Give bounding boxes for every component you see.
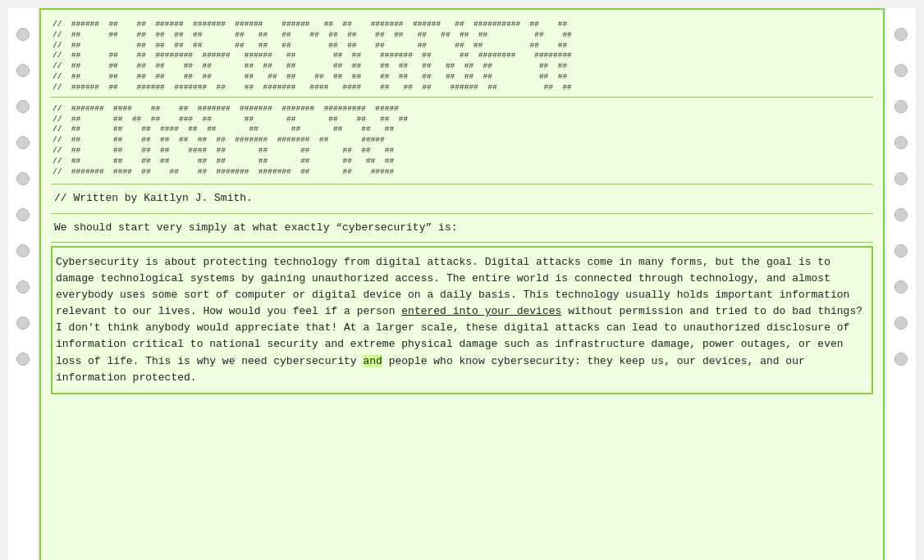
intro-text: We should start very simply at what exac… (54, 221, 457, 234)
main-content: // ###### ## ## ###### ####### ###### ##… (39, 8, 885, 560)
highlighted-and: and (363, 355, 382, 367)
hole-2 (16, 64, 30, 77)
right-hole-9 (894, 316, 908, 330)
hole-7 (16, 244, 30, 257)
ascii2-line1: // ####### #### ## ## ####### ####### ##… (53, 104, 399, 113)
right-hole-3 (894, 100, 908, 113)
right-hole-5 (894, 172, 908, 185)
ascii-line3: // ## ## ## ## ## ## ## ## ## ## ## ## #… (53, 41, 567, 50)
right-hole-6 (894, 208, 908, 221)
hole-8 (16, 280, 30, 294)
page-container: // ###### ## ## ###### ####### ###### ##… (8, 8, 916, 560)
right-hole-10 (894, 353, 908, 366)
ascii-line2: // ## ## ## ## ## ## ## ## ## ## ## ## #… (53, 30, 572, 39)
hole-10 (16, 353, 30, 366)
ascii2-line2: // ## ## ## ## ### ## ## ## ## ## ## ## (53, 115, 408, 124)
right-hole-2 (894, 64, 908, 77)
hole-1 (16, 28, 30, 41)
left-margin (8, 8, 39, 560)
ascii-line1: // ###### ## ## ###### ####### ###### ##… (53, 20, 567, 29)
ascii-line4: // ## ## ## ######## ###### ###### ## ##… (53, 51, 572, 60)
paragraph-section: Cybersecurity is about protecting techno… (51, 246, 873, 394)
ascii-line6: // ## ## ## ## ## ## ## ## ## ## ## ## #… (53, 72, 567, 81)
hole-5 (16, 172, 30, 185)
right-hole-1 (894, 28, 908, 41)
ascii2-line4: // ## ## ## ## ## ## ## ####### ####### … (53, 135, 385, 144)
paragraph-text-1: Cybersecurity is about protecting techno… (56, 256, 862, 384)
hole-3 (16, 100, 30, 113)
ascii2-line6: // ## ## ## ## ## ## ## ## ## ## ## (53, 157, 394, 166)
right-hole-8 (894, 280, 908, 294)
hole-6 (16, 208, 30, 221)
intro-section: We should start very simply at what exac… (51, 214, 873, 243)
right-hole-4 (894, 136, 908, 149)
right-hole-7 (894, 244, 908, 257)
ascii-line5: // ## ## ## ## ## ## ## ## ## ## ## ## #… (53, 61, 567, 71)
ascii-art-subtitle: // ####### #### ## ## ####### ####### ##… (51, 98, 873, 185)
hole-4 (16, 136, 30, 149)
hole-9 (16, 316, 30, 330)
underline-entered: entered into your devices (401, 305, 561, 317)
written-by-text: // Written by Kaitlyn J. Smith. (54, 192, 253, 204)
ascii2-line3: // ## ## ## #### ## ## ## ## ## ## ## (53, 125, 394, 134)
ascii2-line5: // ## ## ## ## #### ## ## ## ## ## ## (53, 146, 394, 155)
right-margin (885, 8, 916, 560)
ascii-art-header: // ###### ## ## ###### ####### ###### ##… (51, 16, 873, 98)
ascii-line7: // ###### ## ###### ####### ## ## ######… (53, 83, 572, 92)
ascii2-line7: // ####### #### ## ## ## ####### #######… (53, 167, 394, 176)
written-by-section: // Written by Kaitlyn J. Smith. (51, 184, 873, 213)
